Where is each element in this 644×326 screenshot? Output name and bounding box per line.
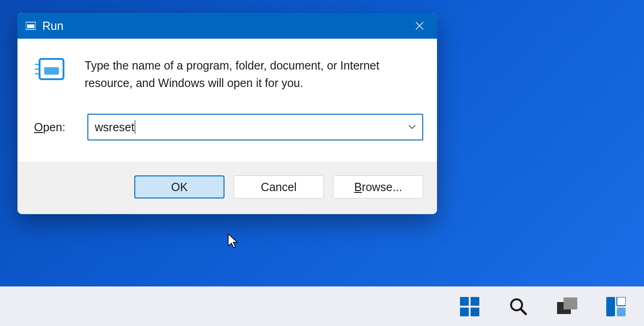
search-button[interactable] (507, 295, 530, 318)
run-app-icon (34, 56, 66, 82)
description-text: Type the name of a program, folder, docu… (85, 56, 423, 92)
browse-button[interactable]: Browse... (333, 175, 423, 198)
window-title: Run (42, 19, 63, 33)
svg-rect-13 (564, 297, 577, 309)
run-titlebar-icon (26, 22, 36, 30)
svg-rect-15 (617, 297, 626, 306)
close-button[interactable] (410, 17, 429, 35)
widgets-button[interactable] (604, 295, 627, 318)
windows-logo-icon (460, 297, 479, 316)
open-row: Open: (31, 114, 423, 140)
input-wrapper (87, 114, 423, 140)
ok-button[interactable]: OK (134, 175, 224, 198)
widgets-icon (606, 297, 626, 316)
svg-rect-5 (44, 67, 59, 75)
run-dialog: Run Type the name of a program, folder, … (17, 13, 437, 214)
search-icon (509, 297, 528, 316)
cancel-button[interactable]: Cancel (234, 175, 324, 198)
task-view-icon (557, 297, 577, 316)
svg-rect-9 (471, 308, 479, 316)
mouse-cursor-icon (227, 233, 239, 251)
svg-line-11 (521, 309, 526, 314)
description-row: Type the name of a program, folder, docu… (31, 56, 423, 92)
task-view-button[interactable] (556, 295, 579, 318)
open-input[interactable] (87, 114, 423, 140)
svg-rect-8 (460, 308, 469, 316)
svg-rect-16 (617, 308, 626, 316)
text-caret (135, 120, 135, 134)
dialog-body: Type the name of a program, folder, docu… (17, 39, 437, 162)
titlebar[interactable]: Run (17, 13, 437, 39)
svg-rect-7 (471, 297, 479, 306)
svg-rect-14 (606, 297, 615, 316)
start-button[interactable] (458, 295, 481, 318)
close-icon (415, 21, 424, 30)
dialog-footer: OK Cancel Browse... (17, 162, 437, 214)
svg-rect-1 (27, 24, 34, 28)
taskbar (0, 286, 644, 326)
open-label: Open: (34, 121, 87, 134)
svg-rect-6 (460, 297, 469, 306)
